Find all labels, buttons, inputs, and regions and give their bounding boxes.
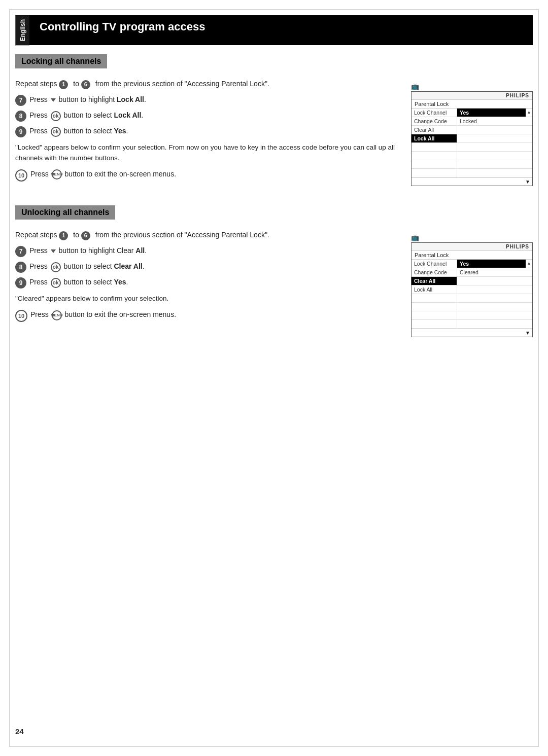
page-number: 24 <box>15 727 24 736</box>
step-9-text-u: Press ok button to select Yes. <box>29 277 396 287</box>
tv-label-lock-all: Lock All <box>412 134 457 142</box>
tv-container-1: 📺 PHILIPS Parental Lock Lock Channel Yes… <box>411 83 533 186</box>
tv-empty-row-2 <box>412 152 532 160</box>
tv2-empty-row-3 <box>412 311 532 320</box>
step-7-unlocking: 7 Press button to highlight Clear All. <box>15 245 396 257</box>
ok-button-icon: ok <box>51 111 61 121</box>
section-locking: Locking all channels Repeat steps 1 to 6… <box>15 45 533 186</box>
down-arrow-icon <box>51 98 56 102</box>
tv-scroll-down-1: ▼ <box>412 177 532 186</box>
step-10-text: Press MENU button to exit the on-screen … <box>30 169 396 179</box>
tv-empty-row-3 <box>412 160 532 169</box>
tv-box-1: PHILIPS Parental Lock Lock Channel Yes ▲… <box>411 91 533 186</box>
intro-num1: 1 <box>59 80 68 89</box>
tv-label-lock-channel: Lock Channel <box>412 109 457 117</box>
down-arrow-icon-2 <box>51 249 56 253</box>
step-num-7: 7 <box>15 95 26 106</box>
tv-row-clear-all: Clear All <box>412 126 532 134</box>
tv-value-change-code: Locked <box>457 117 532 125</box>
tv-row-lock-all: Lock All <box>412 134 532 143</box>
step-10-text-u: Press MENU button to exit the on-screen … <box>30 309 396 320</box>
intro2-num1: 1 <box>59 231 68 240</box>
tv-label-clear-all: Clear All <box>412 126 457 134</box>
locking-left-col: Repeat steps 1 to 6 from the previous se… <box>15 79 396 186</box>
step-8-unlocking: 8 Press ok button to select Clear All. <box>15 261 396 273</box>
tv-empty-row-1 <box>412 143 532 152</box>
locking-tv-screen: 📺 PHILIPS Parental Lock Lock Channel Yes… <box>411 79 533 186</box>
unlocking-left-col: Repeat steps 1 to 6 from the previous se… <box>15 230 396 337</box>
unlocking-two-col: Repeat steps 1 to 6 from the previous se… <box>15 230 533 337</box>
unlocking-tv-screen: 📺 PHILIPS Parental Lock Lock Channel Yes… <box>411 230 533 337</box>
page-border-bottom <box>9 746 539 747</box>
tv-icon-2: 📺 <box>411 234 533 241</box>
tv-empty-row-4 <box>412 169 532 177</box>
ok-button-icon-3: ok <box>51 262 61 272</box>
step-7-text-u: Press button to highlight Clear All. <box>29 245 396 256</box>
tv2-value-change-code: Cleared <box>457 268 532 276</box>
step-num-7-u: 7 <box>15 246 26 257</box>
tv2-row-change-code: Change Code Cleared <box>412 268 532 277</box>
tv2-value-lock-channel: Yes <box>457 260 526 268</box>
tv2-label-change-code: Change Code <box>412 268 457 276</box>
step-8-locking: 8 Press ok button to select Lock All. <box>15 110 396 122</box>
step-10-unlocking: 10 Press MENU button to exit the on-scre… <box>15 309 396 322</box>
tv-container-2: 📺 PHILIPS Parental Lock Lock Channel Yes… <box>411 234 533 337</box>
step-7-locking: 7 Press button to highlight Lock All. <box>15 94 396 106</box>
intro-repeat: Repeat steps <box>15 80 59 88</box>
step-9-locking: 9 Press ok button to select Yes. <box>15 126 396 137</box>
step-num-10: 10 <box>15 169 27 182</box>
step-10-locking: 10 Press MENU button to exit the on-scre… <box>15 169 396 182</box>
tv-value-clear-all <box>457 126 532 134</box>
tv-icon-1: 📺 <box>411 83 533 90</box>
tv2-scroll-down: ▼ <box>412 329 532 337</box>
locking-note: "Locked" appears below to confirm your s… <box>15 142 396 164</box>
tv2-label-lock-all: Lock All <box>412 285 457 294</box>
step-num-10-u: 10 <box>15 310 27 322</box>
step-9-text: Press ok button to select Yes. <box>29 126 396 136</box>
intro2-repeat: Repeat steps <box>15 231 59 239</box>
menu-button-icon: MENU <box>52 169 62 179</box>
section-locking-heading: Locking all channels <box>15 54 107 68</box>
tv-brand-1: PHILIPS <box>412 92 532 100</box>
header-bar: English Controlling TV program access <box>15 15 533 45</box>
step-num-9-u: 9 <box>15 277 26 289</box>
tv2-row-lock-all: Lock All <box>412 285 532 294</box>
tv-value-lock-all <box>457 134 532 142</box>
tv2-empty-row-2 <box>412 303 532 311</box>
tv-menu-title-2: Parental Lock <box>412 251 532 260</box>
ok-button-icon-4: ok <box>51 278 61 288</box>
tv2-scroll-up: ▲ <box>526 260 532 268</box>
step-num-8-u: 8 <box>15 262 26 273</box>
tv-value-lock-channel: Yes <box>457 109 526 117</box>
tv2-row-lock-channel: Lock Channel Yes ▲ <box>412 260 532 268</box>
section-unlocking: Unlocking all channels Repeat steps 1 to… <box>15 196 533 337</box>
main-content: English Controlling TV program access Lo… <box>15 15 533 741</box>
unlocking-note: "Cleared" appears below to confirm your … <box>15 294 396 304</box>
step-8-text: Press ok button to select Lock All. <box>29 110 396 121</box>
intro-num2: 6 <box>81 80 90 89</box>
tv-menu-title-1: Parental Lock <box>412 100 532 109</box>
tv2-empty-row-1 <box>412 294 532 303</box>
step-num-9: 9 <box>15 126 26 137</box>
locking-two-col: Repeat steps 1 to 6 from the previous se… <box>15 79 533 186</box>
page-title: Controlling TV program access <box>29 15 533 45</box>
locking-intro: Repeat steps 1 to 6 from the previous se… <box>15 79 396 89</box>
intro2-num2: 6 <box>81 231 90 240</box>
tv2-value-clear-all <box>457 277 532 285</box>
step-num-8: 8 <box>15 111 26 122</box>
tv2-label-lock-channel: Lock Channel <box>412 260 457 268</box>
intro2-suffix: from the previous section of "Accessing … <box>95 231 269 239</box>
page-border-right <box>538 9 539 747</box>
page-border-top <box>9 9 539 10</box>
step-8-text-u: Press ok button to select Clear All. <box>29 261 396 272</box>
intro-suffix: from the previous section of "Accessing … <box>95 80 269 88</box>
tv-label-change-code: Change Code <box>412 117 457 125</box>
section-unlocking-heading: Unlocking all channels <box>15 205 115 220</box>
page-border-left <box>9 9 10 747</box>
lang-tab: English <box>15 15 29 45</box>
tv-row-lock-channel: Lock Channel Yes ▲ <box>412 109 532 117</box>
tv-box-2: PHILIPS Parental Lock Lock Channel Yes ▲… <box>411 242 533 337</box>
intro2-to: to <box>73 231 81 239</box>
tv2-row-clear-all: Clear All <box>412 277 532 285</box>
tv2-empty-row-4 <box>412 320 532 329</box>
